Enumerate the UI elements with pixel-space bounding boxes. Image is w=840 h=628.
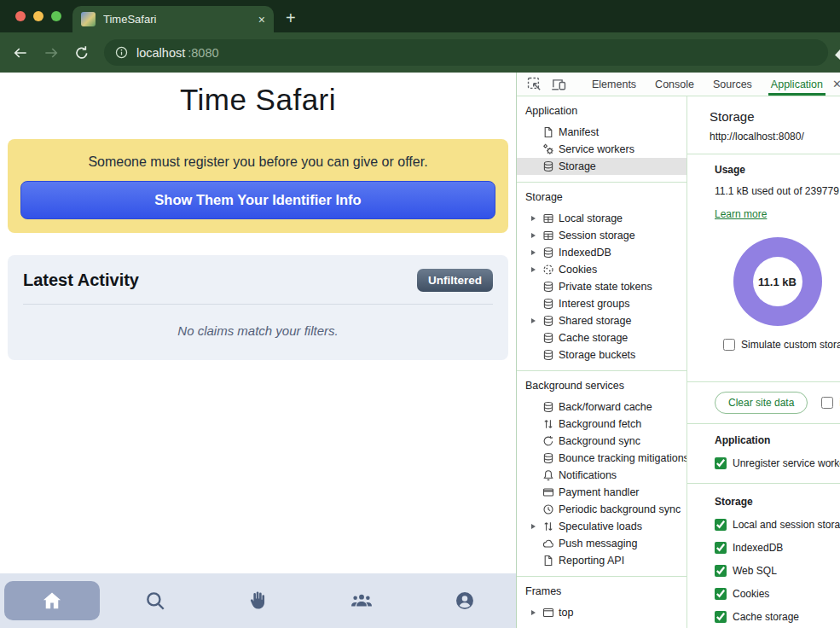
simulate-quota-row: Simulate custom storage quota [723, 339, 840, 351]
empty-claims-message: No claims match your filters. [23, 323, 493, 338]
tree-item-storage[interactable]: Storage [517, 158, 686, 175]
simulate-quota-checkbox[interactable] [723, 339, 735, 351]
tab-sources[interactable]: Sources [704, 73, 762, 96]
database-icon [542, 160, 554, 172]
window-minimize-button[interactable] [33, 11, 43, 21]
cookies-checkbox[interactable] [715, 588, 727, 600]
cloud-icon [542, 538, 554, 550]
browser-tab[interactable]: TimeSafari × [72, 6, 274, 32]
table-icon [542, 230, 554, 241]
database-icon [542, 315, 554, 327]
inspect-element-icon[interactable] [527, 77, 542, 92]
tab-title: TimeSafari [103, 13, 251, 26]
device-toolbar-icon[interactable] [551, 77, 566, 92]
usage-donut-label: 11.1 kB [733, 237, 822, 326]
tab-application[interactable]: Application [762, 73, 832, 96]
unregister-sw-row: Unregister service workers [715, 457, 840, 469]
clear-site-data-button[interactable]: Clear site data [715, 392, 808, 414]
nav-item-offers[interactable] [206, 590, 310, 612]
url-bar[interactable]: localhost:8080 [104, 39, 828, 66]
tab-elements[interactable]: Elements [582, 73, 646, 96]
panel-origin: http://localhost:8080/ [710, 131, 840, 142]
nav-item-profile[interactable] [413, 590, 516, 612]
tree-item-session-storage[interactable]: Session storage [517, 227, 686, 244]
site-info-icon[interactable] [114, 45, 129, 60]
table-icon [542, 212, 554, 224]
tree-item-local-storage[interactable]: Local storage [517, 210, 686, 227]
usage-donut-chart: 11.1 kB [733, 237, 822, 326]
expand-icon[interactable] [529, 250, 538, 255]
page-title: Time Safari [0, 83, 516, 117]
tree-item-cookies[interactable]: Cookies [517, 261, 686, 278]
local-session-storage-checkbox[interactable] [715, 519, 727, 531]
tree-item-manifest[interactable]: Manifest [517, 124, 686, 141]
tree-item-top-frame[interactable]: top [517, 604, 686, 621]
favicon [81, 12, 96, 26]
new-tab-button[interactable]: + [286, 9, 296, 26]
database-icon [542, 298, 554, 310]
tree-item-storage-buckets[interactable]: Storage buckets [517, 346, 686, 363]
home-active-pill [4, 581, 100, 620]
tree-item-periodic-background-sync[interactable]: Periodic background sync [517, 501, 686, 518]
forward-icon[interactable] [43, 44, 60, 61]
nav-item-search[interactable] [103, 590, 206, 612]
web-page: Time Safari Someone must register you be… [0, 73, 516, 628]
section-storage: Storage [517, 189, 686, 205]
tree-item-push-messaging[interactable]: Push messaging [517, 535, 686, 552]
tree-item-shared-storage[interactable]: Shared storage [517, 312, 686, 329]
learn-more-link[interactable]: Learn more [715, 208, 767, 220]
nav-item-home[interactable] [0, 581, 103, 620]
third-party-cookies-row: including third-party cookies [821, 397, 840, 409]
reload-icon[interactable] [73, 44, 90, 61]
tree-item-bounce-tracking-mitigations[interactable]: Bounce tracking mitigations [517, 450, 686, 467]
tree-item-background-sync[interactable]: Background sync [517, 433, 686, 450]
gears-icon [542, 143, 554, 155]
tree-item-service-workers[interactable]: Service workers [517, 141, 686, 158]
tree-item-private-state-tokens[interactable]: Private state tokens [517, 278, 686, 295]
panel-title: Storage [710, 109, 840, 124]
tree-item-interest-groups[interactable]: Interest groups [517, 295, 686, 312]
unregister-sw-checkbox[interactable] [715, 457, 727, 469]
unfiltered-button[interactable]: Unfiltered [417, 269, 493, 292]
alert-message: Someone must register you before you can… [20, 154, 495, 170]
expand-icon[interactable] [529, 524, 538, 529]
latest-activity-card: Latest Activity Unfiltered No claims mat… [8, 255, 508, 360]
tree-item-background-fetch[interactable]: Background fetch [517, 416, 686, 433]
indexeddb-checkbox[interactable] [715, 542, 727, 554]
tab-close-icon[interactable]: × [258, 13, 265, 26]
tree-item-speculative-loads[interactable]: Speculative loads [517, 518, 686, 535]
nav-item-contacts[interactable] [310, 590, 413, 612]
tab-console[interactable]: Console [646, 73, 704, 96]
browser-toolbar: localhost:8080 [0, 32, 840, 73]
tree-item-reporting-api[interactable]: Reporting API [517, 552, 686, 569]
window-zoom-button[interactable] [51, 11, 61, 21]
section-background-services: Background services [517, 378, 686, 393]
local-session-storage-row: Local and session storage [715, 519, 840, 531]
back-icon[interactable] [12, 44, 29, 61]
usage-text: 11.1 kB used out of 239779 MB [715, 185, 840, 197]
expand-icon[interactable] [529, 233, 538, 238]
browser-window: TimeSafari × + localhost:8080 [0, 0, 840, 73]
tree-item-payment-handler[interactable]: Payment handler [517, 484, 686, 501]
expand-icon[interactable] [529, 267, 538, 272]
third-party-cookies-checkbox[interactable] [821, 397, 833, 409]
expand-icon[interactable] [529, 318, 538, 323]
tree-item-cache-storage[interactable]: Cache storage [517, 329, 686, 346]
storage-panel: Storage http://localhost:8080/ Usage 11.… [687, 96, 840, 628]
close-devtools-icon[interactable]: ✕ [832, 78, 840, 90]
web-sql-checkbox[interactable] [715, 565, 727, 577]
people-icon [350, 590, 373, 612]
cache-storage-checkbox[interactable] [715, 611, 727, 623]
section-application: Application [517, 103, 686, 119]
tab-strip: TimeSafari × + [0, 0, 840, 32]
tree-item-indexeddb[interactable]: IndexedDB [517, 244, 686, 261]
tree-item-notifications[interactable]: Notifications [517, 467, 686, 484]
expand-icon[interactable] [529, 216, 538, 221]
clipped-toolbar-icon [834, 49, 840, 60]
window-close-button[interactable] [15, 11, 26, 21]
cache-storage-row: Cache storage [715, 611, 840, 623]
sync-icon [542, 435, 554, 447]
show-identifier-button[interactable]: Show Them Your Identifier Info [20, 181, 495, 219]
expand-icon[interactable] [529, 610, 538, 615]
tree-item-back-forward-cache[interactable]: Back/forward cache [517, 398, 686, 416]
